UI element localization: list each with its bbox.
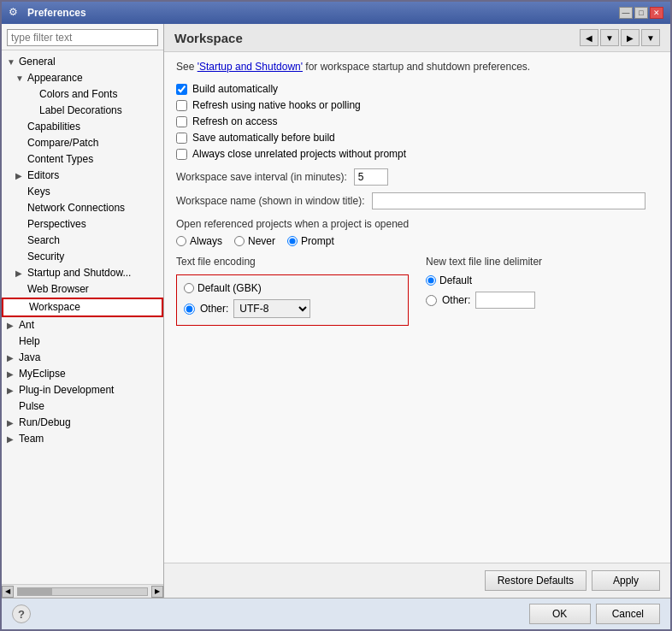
cancel-button[interactable]: Cancel — [596, 604, 660, 624]
tree-item-compare-patch[interactable]: Compare/Patch — [2, 135, 163, 151]
title-bar: ⚙ Preferences — □ ✕ — [2, 2, 670, 24]
tree-item-workspace[interactable]: Workspace — [2, 298, 163, 317]
radio-never: Never — [234, 235, 275, 247]
tree-item-general[interactable]: ▼ General — [2, 54, 163, 70]
close-unrelated-label: Always close unrelated projects without … — [192, 148, 406, 160]
help-button[interactable]: ? — [12, 604, 31, 623]
left-scrollbar[interactable]: ◀ ▶ — [2, 584, 163, 598]
window-title: Preferences — [27, 7, 86, 19]
tree-item-capabilities[interactable]: Capabilities — [2, 119, 163, 135]
open-projects-options: Always Never Prompt — [176, 235, 658, 247]
tree-item-web-browser[interactable]: Web Browser — [2, 281, 163, 298]
scroll-left-arrow[interactable]: ◀ — [2, 586, 14, 598]
save-before-build-label: Save automatically before build — [192, 132, 335, 144]
encoding-section-label: Text file encoding — [176, 256, 409, 268]
delimiter-section: New text file line delimiter Default Oth… — [426, 256, 658, 326]
tree-item-team[interactable]: ▶ Team — [2, 431, 163, 447]
filter-input[interactable] — [7, 29, 158, 46]
build-auto-label: Build automatically — [192, 83, 278, 95]
radio-prompt-label: Prompt — [301, 235, 334, 247]
refresh-access-checkbox[interactable] — [176, 116, 187, 127]
apply-button[interactable]: Apply — [592, 570, 660, 591]
tree-item-editors[interactable]: ▶ Editors — [2, 168, 163, 184]
tree-item-help[interactable]: Help — [2, 333, 163, 350]
tree-item-myeclipse[interactable]: ▶ MyEclipse — [2, 366, 163, 382]
build-auto-checkbox[interactable] — [176, 84, 187, 95]
encoding-other-row: Other: UTF-8 UTF-16 ISO-8859-1 GBK ASCII — [184, 299, 401, 318]
ok-button[interactable]: OK — [529, 604, 591, 624]
preferences-window: ⚙ Preferences — □ ✕ ▼ General — [0, 0, 672, 631]
open-projects-label: Open referenced projects when a project … — [176, 218, 658, 230]
save-interval-row: Workspace save interval (in minutes): — [176, 168, 658, 186]
nav-forward-button[interactable]: ▶ — [621, 29, 640, 46]
tree-item-network-connections[interactable]: Network Connections — [2, 200, 163, 216]
workspace-description: See 'Startup and Shutdown' for workspace… — [176, 61, 658, 73]
restore-defaults-button[interactable]: Restore Defaults — [485, 570, 587, 591]
close-unrelated-checkbox[interactable] — [176, 149, 187, 160]
radio-always: Always — [176, 235, 222, 247]
close-button[interactable]: ✕ — [650, 7, 663, 19]
right-panel: Workspace ◀ ▼ ▶ ▼ See 'Startup and Shutd… — [164, 24, 670, 598]
tree-item-pulse[interactable]: Pulse — [2, 398, 163, 415]
tree-area: ▼ General ▼ Appearance Colors and Fonts — [2, 50, 163, 584]
refresh-access-label: Refresh on access — [192, 115, 277, 127]
delimiter-options: Default Other: — [426, 274, 658, 309]
delimiter-other-input[interactable] — [475, 292, 535, 309]
encoding-select[interactable]: UTF-8 UTF-16 ISO-8859-1 GBK ASCII — [233, 299, 310, 318]
tree-item-security[interactable]: Security — [2, 249, 163, 265]
checkbox-refresh-native: Refresh using native hooks or polling — [176, 99, 658, 111]
tree-item-startup-shutdown[interactable]: ▶ Startup and Shutdow... — [2, 265, 163, 281]
checkbox-close-unrelated: Always close unrelated projects without … — [176, 148, 658, 160]
radio-prompt-input[interactable] — [287, 236, 298, 246]
delimiter-other-row: Other: — [426, 292, 658, 309]
radio-encoding-other-input[interactable] — [184, 304, 195, 315]
title-buttons: — □ ✕ — [619, 7, 663, 19]
scroll-right-arrow[interactable]: ▶ — [151, 586, 163, 598]
encoding-other-label: Other: — [200, 303, 228, 315]
checkbox-save-before-build: Save automatically before build — [176, 132, 658, 144]
radio-encoding-default-label: Default (GBK) — [197, 282, 262, 294]
main-content: ▼ General ▼ Appearance Colors and Fonts — [2, 24, 670, 598]
checkbox-build-auto: Build automatically — [176, 83, 658, 95]
tree-item-search[interactable]: Search — [2, 233, 163, 249]
h-scrollbar-track[interactable] — [17, 587, 148, 596]
tree-item-plugin-development[interactable]: ▶ Plug-in Development — [2, 382, 163, 398]
tree-item-colors-fonts[interactable]: Colors and Fonts — [2, 86, 163, 103]
expand-appearance-icon: ▼ — [15, 71, 27, 86]
tree-item-appearance[interactable]: ▼ Appearance — [2, 70, 163, 86]
radio-prompt: Prompt — [287, 235, 334, 247]
refresh-native-checkbox[interactable] — [176, 100, 187, 111]
radio-encoding-default-input[interactable] — [184, 283, 194, 293]
tree-item-ant[interactable]: ▶ Ant — [2, 317, 163, 333]
tree-item-content-types[interactable]: Content Types — [2, 151, 163, 168]
tree-item-keys[interactable]: Keys — [2, 184, 163, 200]
expand-startup-icon: ▶ — [15, 266, 27, 280]
tree-item-perspectives[interactable]: Perspectives — [2, 216, 163, 233]
radio-delimiter-other-input[interactable] — [426, 295, 437, 306]
tree-item-label-decorations[interactable]: Label Decorations — [2, 103, 163, 119]
expand-team-icon: ▶ — [7, 432, 19, 446]
window-icon: ⚙ — [9, 6, 22, 20]
right-header: Workspace ◀ ▼ ▶ ▼ — [164, 24, 670, 52]
bottom-bar: Restore Defaults Apply — [164, 563, 670, 598]
radio-always-label: Always — [190, 235, 222, 247]
expand-ant-icon: ▶ — [7, 318, 19, 333]
radio-always-input[interactable] — [176, 236, 186, 246]
radio-never-input[interactable] — [234, 236, 245, 246]
nav-forward-dropdown-button[interactable]: ▼ — [641, 29, 660, 46]
tree-item-java[interactable]: ▶ Java — [2, 350, 163, 366]
workspace-name-input[interactable] — [372, 192, 645, 209]
maximize-button[interactable]: □ — [634, 7, 648, 19]
minimize-button[interactable]: — — [619, 7, 633, 19]
radio-delimiter-default-input[interactable] — [426, 275, 436, 286]
two-col-section: Text file encoding Default (GBK) Other: … — [176, 256, 658, 326]
h-scrollbar-thumb[interactable] — [18, 588, 52, 595]
panel-title: Workspace — [174, 31, 243, 45]
startup-shutdown-link[interactable]: 'Startup and Shutdown' — [197, 61, 303, 73]
save-interval-input[interactable] — [354, 168, 388, 186]
nav-back-dropdown-button[interactable]: ▼ — [600, 29, 619, 46]
tree-item-run-debug[interactable]: ▶ Run/Debug — [2, 415, 163, 431]
encoding-box: Default (GBK) Other: UTF-8 UTF-16 ISO-88… — [176, 274, 409, 326]
save-before-build-checkbox[interactable] — [176, 133, 187, 144]
nav-back-button[interactable]: ◀ — [580, 29, 598, 46]
